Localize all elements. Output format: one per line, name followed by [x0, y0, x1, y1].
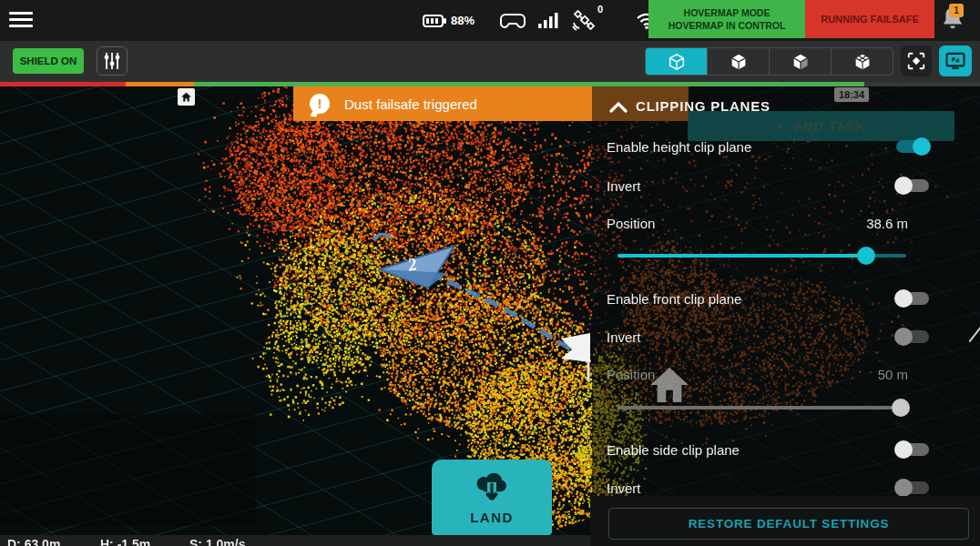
- cube-grid-icon: [852, 52, 873, 72]
- screen-share-button[interactable]: [939, 46, 972, 76]
- focus-center-icon: [906, 51, 926, 71]
- chevron-up-icon[interactable]: [608, 101, 628, 114]
- battery-icon: [423, 15, 446, 27]
- cube-solid-icon: [729, 52, 749, 72]
- signal-bars-icon: [538, 13, 558, 29]
- view-cube-grid-button[interactable]: [832, 48, 893, 75]
- satellite-count: 0: [597, 4, 603, 15]
- land-label: LAND: [470, 510, 514, 525]
- vertical-sliders-icon: [104, 52, 120, 70]
- height-clip-label: Enable height clip plane: [607, 139, 751, 155]
- view-cube-wireframe-button[interactable]: [646, 48, 708, 75]
- home-marker[interactable]: [178, 88, 195, 106]
- height-invert-toggle[interactable]: [896, 179, 929, 192]
- battery-percent: 88%: [451, 14, 475, 27]
- notifications-button[interactable]: 1: [941, 5, 972, 36]
- land-button[interactable]: LAND: [432, 460, 552, 535]
- clipping-planes-panel: CLIPPING PLANES + ADD TASK Enable height…: [592, 86, 980, 496]
- view-cube-open-button[interactable]: [770, 48, 832, 75]
- display-filters-button[interactable]: [97, 46, 128, 76]
- hovermap-mode-badge: HOVERMAP MODE HOVERMAP IN CONTROL: [648, 0, 805, 38]
- status-strip-segment: [0, 82, 126, 86]
- front-position-value: 50 m: [878, 367, 908, 382]
- front-clip-toggle[interactable]: [896, 292, 929, 305]
- view-mode-group: [645, 47, 893, 76]
- telemetry-bar: D: 63.0m H: -1.5m S: 1.0m/s: [0, 535, 590, 546]
- cube-wireframe-icon: [667, 52, 687, 72]
- telemetry-height: H: -1.5m: [100, 537, 150, 546]
- front-position-label: Position: [607, 367, 655, 382]
- view-cube-solid-button[interactable]: [708, 48, 770, 75]
- alert-speech-bubble-icon: !: [310, 94, 330, 114]
- satellite-icon: [571, 10, 597, 32]
- plus-icon: +: [776, 119, 784, 134]
- recenter-view-button[interactable]: [901, 46, 932, 76]
- controller-icon: [500, 12, 526, 30]
- height-position-value: 38.6 m: [866, 216, 908, 231]
- restore-section: RESTORE DEFAULT SETTINGS: [590, 496, 980, 546]
- height-invert-label: Invert: [607, 178, 641, 194]
- front-clip-label: Enable front clip plane: [607, 291, 741, 307]
- front-position-slider[interactable]: [618, 399, 906, 417]
- screen-share-icon: [945, 52, 965, 70]
- cloud-download-icon: [472, 470, 512, 503]
- menu-button[interactable]: [9, 8, 33, 32]
- home-icon: [180, 91, 192, 103]
- side-invert-label: Invert: [607, 480, 641, 496]
- banner-text: Dust failsafe triggered: [344, 96, 477, 112]
- minimized-panel-overlay: [0, 414, 256, 526]
- timestamp-tooltip: 18:34: [834, 87, 869, 102]
- cube-open-icon: [791, 52, 811, 72]
- hamburger-icon: [9, 12, 33, 15]
- height-position-slider[interactable]: [618, 247, 906, 265]
- shield-on-button[interactable]: SHIELD ON: [13, 48, 84, 74]
- notification-count-badge: 1: [949, 4, 964, 17]
- front-invert-label: Invert: [607, 329, 641, 345]
- add-task-label: ADD TASK: [793, 119, 865, 134]
- side-clip-label: Enable side clip plane: [607, 442, 740, 458]
- telemetry-speed: S: 1.0m/s: [189, 537, 245, 546]
- telemetry-distance: D: 63.0m: [7, 537, 60, 546]
- top-status-bar: 88% 0: [0, 0, 980, 41]
- front-invert-toggle[interactable]: [896, 330, 929, 343]
- height-position-label: Position: [607, 216, 655, 231]
- height-clip-toggle[interactable]: [896, 140, 929, 153]
- app-root: 2 ! Dust failsafe triggered 18:34 LAND C…: [0, 0, 980, 546]
- restore-defaults-button[interactable]: RESTORE DEFAULT SETTINGS: [608, 508, 969, 540]
- map-toolbar: SHIELD ON: [0, 41, 980, 82]
- side-invert-toggle[interactable]: [896, 481, 929, 494]
- running-failsafe-badge: RUNNING FAILSAFE: [805, 0, 934, 38]
- side-clip-toggle[interactable]: [896, 443, 929, 456]
- status-strip-segment: [126, 82, 194, 86]
